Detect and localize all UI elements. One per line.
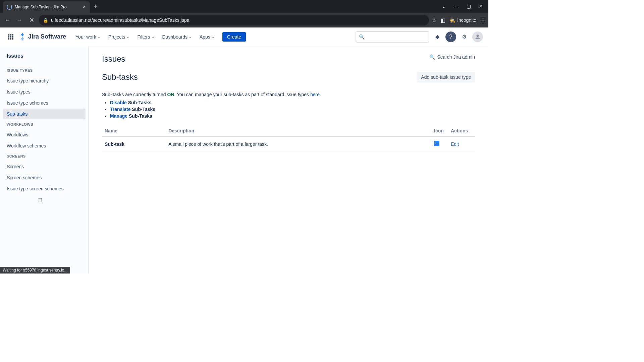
- notifications-icon[interactable]: ◆: [432, 32, 443, 42]
- action-link[interactable]: Disable: [110, 100, 127, 105]
- browser-tab[interactable]: Manage Sub-Tasks - Jira Pro ×: [3, 1, 90, 13]
- add-subtask-type-button[interactable]: Add sub-task issue type: [417, 72, 475, 82]
- action-item: Manage Sub-Tasks: [110, 113, 475, 119]
- address-bar[interactable]: 🔒 uifeed.atlassian.net/secure/admin/subt…: [39, 15, 429, 25]
- maximize-icon[interactable]: ▢: [467, 4, 471, 9]
- minimize-icon[interactable]: —: [454, 4, 459, 9]
- admin-sidebar: Issues ISSUE TYPESIssue type hierarchyIs…: [0, 46, 89, 274]
- nav-item-dashboards[interactable]: Dashboards ⌄: [160, 32, 195, 42]
- nav-item-filters[interactable]: Filters ⌄: [135, 32, 157, 42]
- forward-button[interactable]: →: [15, 15, 24, 25]
- sidebar-item-screens[interactable]: Screens: [3, 161, 86, 172]
- nav-item-apps[interactable]: Apps ⌄: [197, 32, 217, 42]
- new-tab-button[interactable]: +: [94, 3, 98, 10]
- menu-icon[interactable]: ⋮: [480, 17, 486, 23]
- chevron-down-icon: ⌄: [189, 35, 192, 39]
- chevron-down-icon: ⌄: [212, 35, 214, 39]
- action-link[interactable]: Translate: [110, 107, 130, 112]
- close-window-icon[interactable]: ✕: [479, 4, 483, 9]
- sidebar-item-workflow-schemes[interactable]: Workflow schemes: [3, 140, 86, 151]
- mouse-cursor: ⬚: [38, 197, 42, 202]
- url-text: uifeed.atlassian.net/secure/admin/subtas…: [51, 17, 189, 23]
- sidebar-title: Issues: [3, 53, 86, 66]
- status-on: ON: [167, 92, 174, 97]
- jira-logo-icon: [19, 33, 27, 41]
- sidebar-item-issue-type-screen-schemes[interactable]: Issue type screen schemes: [3, 183, 86, 194]
- app-switcher-icon[interactable]: [5, 32, 16, 42]
- sidebar-item-issue-type-schemes[interactable]: Issue type schemes: [3, 98, 86, 108]
- stop-button[interactable]: ✕: [27, 15, 36, 25]
- status-text: Sub-Tasks are currently turned ON. You c…: [102, 92, 475, 97]
- nav-item-your-work[interactable]: Your work ⌄: [73, 32, 103, 42]
- settings-icon[interactable]: ⚙: [459, 32, 470, 42]
- table-header: Icon: [431, 125, 448, 136]
- avatar[interactable]: [472, 32, 483, 42]
- extensions-icon[interactable]: ◧: [440, 17, 445, 23]
- table-header: Actions: [448, 125, 475, 136]
- browser-status-bar: Waiting for o55978.ingest.sentry.io...: [0, 267, 70, 274]
- sidebar-section-header: WORKFLOWS: [3, 120, 86, 129]
- incognito-icon: 🕵️: [449, 17, 455, 23]
- back-button[interactable]: ←: [3, 15, 12, 25]
- sidebar-item-issue-type-hierarchy[interactable]: Issue type hierarchy: [3, 75, 86, 86]
- create-button[interactable]: Create: [222, 32, 246, 42]
- subtask-icon: [434, 141, 439, 146]
- table-header: Description: [166, 125, 431, 136]
- loading-spinner-icon: [7, 4, 12, 10]
- row-name: Sub-task: [102, 136, 166, 152]
- jira-logo[interactable]: Jira Software: [19, 33, 66, 41]
- incognito-indicator[interactable]: 🕵️ Incognito: [449, 17, 476, 23]
- lock-icon: 🔒: [43, 18, 48, 23]
- nav-item-projects[interactable]: Projects ⌄: [106, 32, 132, 42]
- sidebar-item-workflows[interactable]: Workflows: [3, 129, 86, 140]
- chevron-down-icon: ⌄: [126, 35, 129, 39]
- close-tab-icon[interactable]: ×: [83, 4, 86, 10]
- sidebar-item-sub-tasks[interactable]: Sub-tasks: [3, 109, 86, 119]
- browser-tab-strip: Manage Sub-Tasks - Jira Pro × + ⌄ — ▢ ✕: [0, 0, 488, 13]
- global-search-input[interactable]: 🔍: [356, 31, 429, 43]
- action-item: Disable Sub-Tasks: [110, 100, 475, 105]
- action-link[interactable]: Manage: [110, 113, 127, 119]
- edit-link[interactable]: Edit: [451, 141, 459, 147]
- jira-header: Jira Software Your work ⌄Projects ⌄Filte…: [0, 27, 488, 46]
- table-row: Sub-taskA small piece of work that's par…: [102, 136, 475, 152]
- svg-point-0: [477, 35, 479, 37]
- jira-logo-text: Jira Software: [28, 33, 66, 40]
- section-title: Sub-tasks: [102, 72, 138, 82]
- search-icon: 🔍: [429, 54, 435, 60]
- sidebar-section-header: ISSUE TYPES: [3, 66, 86, 75]
- action-list: Disable Sub-TasksTranslate Sub-TasksMana…: [110, 100, 475, 119]
- search-admin-link[interactable]: 🔍 Search Jira admin: [429, 54, 475, 60]
- star-icon[interactable]: ☆: [432, 17, 436, 23]
- page-title: Issues: [102, 54, 125, 64]
- search-icon: 🔍: [359, 34, 365, 40]
- browser-toolbar: ← → ✕ 🔒 uifeed.atlassian.net/secure/admi…: [0, 13, 488, 27]
- help-icon[interactable]: ?: [445, 32, 456, 42]
- main-content: Issues 🔍 Search Jira admin Sub-tasks Add…: [89, 46, 488, 274]
- row-icon: [431, 136, 448, 152]
- here-link[interactable]: here: [310, 92, 320, 97]
- chevron-down-icon: ⌄: [152, 35, 154, 39]
- window-controls: ⌄ — ▢ ✕: [442, 4, 488, 9]
- table-header: Name: [102, 125, 166, 136]
- chevron-down-icon: ⌄: [98, 35, 100, 39]
- caret-down-icon[interactable]: ⌄: [442, 4, 446, 9]
- tab-title: Manage Sub-Tasks - Jira Pro: [15, 5, 80, 9]
- subtask-table: NameDescriptionIconActions Sub-taskA sma…: [102, 125, 475, 152]
- sidebar-item-issue-types[interactable]: Issue types: [3, 86, 86, 97]
- sidebar-item-screen-schemes[interactable]: Screen schemes: [3, 172, 86, 183]
- action-item: Translate Sub-Tasks: [110, 107, 475, 112]
- sidebar-section-header: SCREENS: [3, 152, 86, 161]
- row-description: A small piece of work that's part of a l…: [166, 136, 431, 152]
